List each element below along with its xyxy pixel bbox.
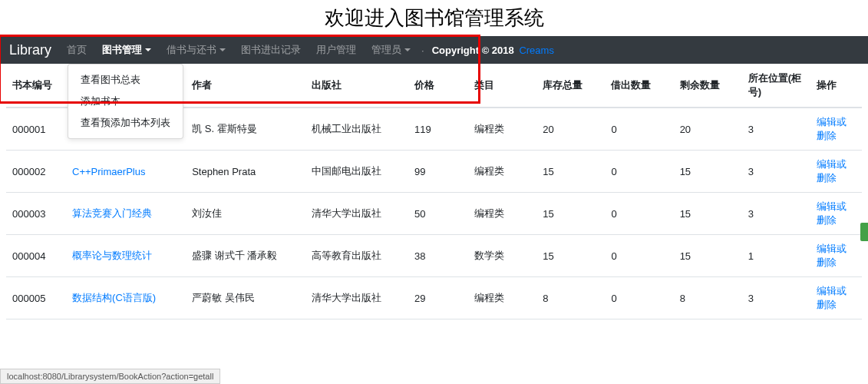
- cell-location: 3: [742, 277, 810, 319]
- cell-category: 数学类: [468, 235, 536, 277]
- cell-category: 编程类: [468, 277, 536, 319]
- cell-stock: 20: [536, 108, 605, 151]
- nav-borrow-return[interactable]: 借书与还书: [159, 36, 233, 64]
- nav-admin[interactable]: 管理员: [364, 36, 418, 64]
- th-publisher: 出版社: [305, 64, 408, 108]
- nav-user-manage[interactable]: 用户管理: [309, 36, 364, 64]
- cell-id: 000003: [6, 193, 66, 235]
- cell-author: 盛骤 谢式千 潘承毅: [186, 235, 305, 277]
- page-title: 欢迎进入图书馆管理系统: [0, 0, 868, 36]
- cell-location: 3: [742, 108, 810, 151]
- table-row: 000005 数据结构(C语言版) 严蔚敏 吴伟民 清华大学出版社 29 编程类…: [6, 277, 862, 319]
- th-operation: 操作: [810, 64, 862, 108]
- th-borrowed: 借出数量: [605, 64, 673, 108]
- nav-book-log[interactable]: 图书进出记录: [233, 36, 309, 64]
- navbar-brand[interactable]: Library: [6, 42, 59, 58]
- cell-price: 38: [408, 235, 468, 277]
- cell-author: 严蔚敏 吴伟民: [186, 277, 305, 319]
- cell-publisher: 中国邮电出版社: [305, 151, 408, 193]
- dropdown-book-manage: 查看图书总表 添加书本 查看预添加书本列表: [68, 64, 183, 139]
- edit-delete-link[interactable]: 编辑或删除: [817, 158, 847, 184]
- cell-stock: 8: [536, 277, 605, 319]
- th-location: 所在位置(柜号): [742, 64, 810, 108]
- cell-borrowed: 0: [605, 193, 673, 235]
- scroll-indicator[interactable]: [860, 223, 868, 241]
- cell-category: 编程类: [468, 151, 536, 193]
- book-name-link[interactable]: 概率论与数理统计: [72, 250, 152, 261]
- cell-id: 000005: [6, 277, 66, 319]
- cell-location: 1: [742, 235, 810, 277]
- cell-publisher: 机械工业出版社: [305, 108, 408, 151]
- th-price: 价格: [408, 64, 468, 108]
- cell-category: 编程类: [468, 108, 536, 151]
- table-row: 000004 概率论与数理统计 盛骤 谢式千 潘承毅 高等教育出版社 38 数学…: [6, 235, 862, 277]
- cell-borrowed: 0: [605, 277, 673, 319]
- cell-remain: 20: [674, 108, 742, 151]
- cell-borrowed: 0: [605, 235, 673, 277]
- th-remain: 剩余数量: [674, 64, 742, 108]
- nav-borrow-return-label: 借书与还书: [167, 43, 216, 57]
- book-name-link[interactable]: 数据结构(C语言版): [72, 292, 156, 303]
- caret-down-icon: [404, 48, 411, 51]
- edit-delete-link[interactable]: 编辑或删除: [817, 285, 847, 310]
- cell-stock: 15: [536, 193, 605, 235]
- cell-stock: 15: [536, 235, 605, 277]
- cell-remain: 15: [674, 235, 742, 277]
- th-id: 书本编号: [6, 64, 66, 108]
- cell-borrowed: 0: [605, 151, 673, 193]
- table-row: 000002 C++PrimaerPlus Stephen Prata 中国邮电…: [6, 151, 862, 193]
- cell-author: Stephen Prata: [186, 151, 305, 193]
- cell-remain: 15: [674, 193, 742, 235]
- cell-id: 000001: [6, 108, 66, 151]
- cell-author: 刘汝佳: [186, 193, 305, 235]
- cell-author: 凯 S. 霍斯特曼: [186, 108, 305, 151]
- cell-remain: 15: [674, 151, 742, 193]
- cell-stock: 15: [536, 151, 605, 193]
- nav-book-manage-label: 图书管理: [102, 43, 142, 57]
- cell-price: 29: [408, 277, 468, 319]
- dropdown-item-add-book[interactable]: 添加书本: [68, 91, 183, 112]
- th-stock: 库存总量: [536, 64, 605, 108]
- copyright-text: Copyright © 2018 Creams: [427, 45, 559, 56]
- th-category: 类目: [468, 64, 536, 108]
- nav-admin-label: 管理员: [371, 43, 401, 57]
- nav-home[interactable]: 首页: [59, 36, 94, 64]
- copyright-link[interactable]: Creams: [517, 45, 554, 56]
- dropdown-item-view-pending[interactable]: 查看预添加书本列表: [68, 112, 183, 134]
- cell-location: 3: [742, 193, 810, 235]
- cell-category: 编程类: [468, 193, 536, 235]
- cell-price: 119: [408, 108, 468, 151]
- caret-down-icon: [145, 48, 151, 51]
- cell-publisher: 高等教育出版社: [305, 235, 408, 277]
- book-name-link[interactable]: 算法竞赛入门经典: [72, 207, 152, 219]
- cell-borrowed: 0: [605, 108, 673, 151]
- cell-remain: 8: [674, 277, 742, 319]
- navbar: Library 首页 图书管理 借书与还书 图书进出记录 用户管理 管理员 · …: [0, 36, 868, 64]
- nav-book-manage[interactable]: 图书管理: [94, 36, 159, 64]
- edit-delete-link[interactable]: 编辑或删除: [817, 116, 847, 141]
- cell-publisher: 清华大学出版社: [305, 193, 408, 235]
- dropdown-item-view-all[interactable]: 查看图书总表: [68, 69, 183, 91]
- edit-delete-link[interactable]: 编辑或删除: [817, 200, 847, 226]
- edit-delete-link[interactable]: 编辑或删除: [817, 243, 847, 268]
- caret-down-icon: [219, 48, 226, 51]
- book-name-link[interactable]: C++PrimaerPlus: [72, 166, 145, 177]
- table-row: 000003 算法竞赛入门经典 刘汝佳 清华大学出版社 50 编程类 15 0 …: [6, 193, 862, 235]
- cell-id: 000004: [6, 235, 66, 277]
- th-author: 作者: [186, 64, 305, 108]
- cell-location: 3: [742, 151, 810, 193]
- cell-price: 50: [408, 193, 468, 235]
- cell-id: 000002: [6, 151, 66, 193]
- cell-price: 99: [408, 151, 468, 193]
- cell-publisher: 清华大学出版社: [305, 277, 408, 319]
- nav-separator: ·: [418, 36, 427, 64]
